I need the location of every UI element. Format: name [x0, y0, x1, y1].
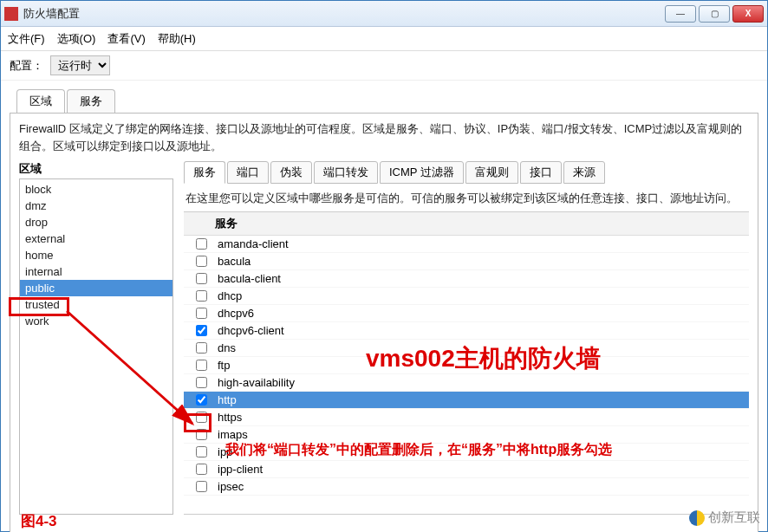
window-title: 防火墙配置 [23, 6, 665, 22]
zone-description: FirewallD 区域定义了绑定的网络连接、接口以及源地址的可信程度。区域是服… [19, 120, 749, 154]
subtab-接口[interactable]: 接口 [520, 161, 562, 184]
service-checkbox-amanda-client[interactable] [196, 238, 207, 250]
service-label: bacula-client [218, 272, 281, 285]
app-icon [4, 7, 18, 21]
tab-service[interactable]: 服务 [67, 89, 115, 113]
service-label: dhcp [218, 289, 242, 302]
subtab-ICMP 过滤器[interactable]: ICMP 过滤器 [380, 161, 464, 184]
zone-item-work[interactable]: work [20, 313, 172, 329]
service-checkbox-high-availability[interactable] [196, 377, 207, 388]
service-label: ipp [218, 445, 232, 458]
service-label: dhcpv6 [218, 307, 254, 320]
service-checkbox-https[interactable] [196, 412, 207, 423]
service-table: 服务 amanda-clientbaculabacula-clientdhcpd… [184, 211, 749, 515]
close-button[interactable]: X [732, 5, 764, 23]
service-row-https[interactable]: https [184, 409, 749, 426]
config-row: 配置： 运行时永久 [1, 51, 767, 81]
service-checkbox-ftp[interactable] [196, 360, 207, 371]
service-checkbox-bacula-client[interactable] [196, 273, 207, 284]
service-row-http[interactable]: http [184, 392, 749, 409]
main-panel: FirewallD 区域定义了绑定的网络连接、接口以及源地址的可信程度。区域是服… [10, 113, 758, 532]
service-row-dhcp[interactable]: dhcp [184, 288, 749, 305]
service-row-ftp[interactable]: ftp [184, 357, 749, 374]
columns: 区域 blockdmzdropexternalhomeinternalpubli… [19, 161, 749, 515]
subtab-端口[interactable]: 端口 [227, 161, 269, 184]
zone-item-internal[interactable]: internal [20, 263, 172, 280]
service-checkbox-ipp-client[interactable] [196, 464, 207, 475]
maximize-button[interactable]: ▢ [699, 5, 730, 23]
service-label: imaps [218, 428, 248, 441]
zone-item-block[interactable]: block [20, 181, 172, 198]
subtab-来源[interactable]: 来源 [563, 161, 605, 184]
detail-column: 服务端口伪装端口转发ICMP 过滤器富规则接口来源 在这里您可以定义区域中哪些服… [184, 161, 749, 515]
service-checkbox-http[interactable] [196, 394, 207, 405]
zone-list[interactable]: blockdmzdropexternalhomeinternalpublictr… [19, 178, 173, 515]
zone-item-trusted[interactable]: trusted [20, 296, 172, 313]
titlebar-buttons: — ▢ X [665, 5, 764, 23]
service-row-ipp-client[interactable]: ipp-client [184, 461, 749, 478]
service-checkbox-ipp[interactable] [196, 446, 207, 457]
zone-item-external[interactable]: external [20, 230, 172, 247]
service-checkbox-ipsec[interactable] [196, 481, 207, 492]
service-row-ipp[interactable]: ipp [184, 444, 749, 461]
service-label: http [218, 393, 237, 406]
service-description: 在这里您可以定义区域中哪些服务是可信的。可信的服务可以被绑定到该区域的任意连接、… [185, 191, 747, 206]
sub-tabs: 服务端口伪装端口转发ICMP 过滤器富规则接口来源 [184, 161, 749, 184]
service-label: ipsec [218, 480, 244, 493]
service-checkbox-bacula[interactable] [196, 256, 207, 267]
service-row-dhcpv6-client[interactable]: dhcpv6-client [184, 322, 749, 340]
service-checkbox-dhcpv6[interactable] [196, 308, 207, 319]
service-row-dhcpv6[interactable]: dhcpv6 [184, 305, 749, 322]
service-label: https [218, 411, 242, 424]
menu-options[interactable]: 选项(O) [57, 31, 96, 47]
menu-view[interactable]: 查看(V) [107, 31, 145, 47]
service-row-amanda-client[interactable]: amanda-client [184, 236, 749, 253]
service-checkbox-dhcp[interactable] [196, 290, 207, 302]
service-label: dns [218, 341, 236, 354]
service-row-ipsec[interactable]: ipsec [184, 478, 749, 496]
subtab-富规则[interactable]: 富规则 [465, 161, 518, 184]
zone-column: 区域 blockdmzdropexternalhomeinternalpubli… [19, 161, 173, 515]
menu-file[interactable]: 文件(F) [8, 31, 45, 47]
service-row-imaps[interactable]: imaps [184, 426, 749, 444]
minimize-button[interactable]: — [665, 5, 696, 23]
watermark: 创新互联 [689, 509, 760, 526]
menu-help[interactable]: 帮助(H) [158, 31, 196, 47]
zone-item-home[interactable]: home [20, 247, 172, 263]
zone-item-drop[interactable]: drop [20, 214, 172, 230]
menubar: 文件(F) 选项(O) 查看(V) 帮助(H) [1, 27, 767, 51]
service-column-header: 服务 [184, 212, 749, 236]
service-row-high-availability[interactable]: high-availability [184, 374, 749, 392]
service-checkbox-dns[interactable] [196, 342, 207, 354]
service-row-bacula[interactable]: bacula [184, 253, 749, 270]
service-label: dhcpv6-client [218, 324, 284, 337]
zone-list-label: 区域 [19, 161, 173, 177]
titlebar: 防火墙配置 — ▢ X [1, 1, 767, 27]
service-checkbox-imaps[interactable] [196, 429, 207, 440]
zone-item-dmz[interactable]: dmz [20, 198, 172, 214]
subtab-端口转发[interactable]: 端口转发 [314, 161, 378, 184]
service-label: bacula [218, 255, 251, 268]
config-select[interactable]: 运行时永久 [50, 55, 110, 75]
service-label: ipp-client [218, 463, 263, 476]
top-tabs: 区域 服务 [16, 89, 767, 113]
config-label: 配置： [10, 58, 43, 74]
service-label: high-availability [218, 376, 295, 389]
service-label: amanda-client [218, 237, 289, 250]
service-label: ftp [218, 359, 230, 372]
service-row-bacula-client[interactable]: bacula-client [184, 270, 749, 288]
watermark-icon [689, 510, 705, 526]
service-row-dns[interactable]: dns [184, 340, 749, 357]
tab-zone[interactable]: 区域 [16, 89, 65, 113]
service-list[interactable]: amanda-clientbaculabacula-clientdhcpdhcp… [184, 236, 749, 496]
subtab-伪装[interactable]: 伪装 [270, 161, 312, 184]
zone-item-public[interactable]: public [20, 280, 172, 296]
app-window: 防火墙配置 — ▢ X 文件(F) 选项(O) 查看(V) 帮助(H) 配置： … [0, 0, 768, 532]
service-checkbox-dhcpv6-client[interactable] [196, 325, 207, 336]
watermark-text: 创新互联 [708, 509, 760, 526]
subtab-服务[interactable]: 服务 [184, 161, 225, 184]
figure-label: 图4-3 [21, 511, 57, 531]
